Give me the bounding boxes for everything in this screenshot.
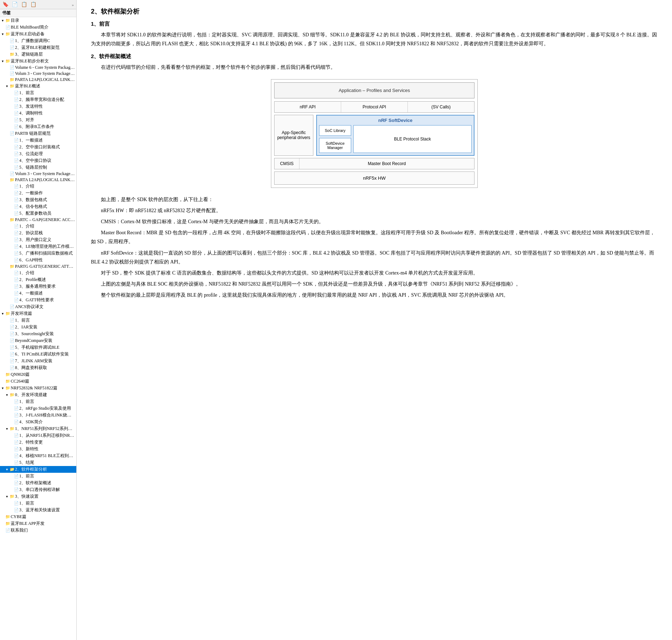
sidebar-item-nrf52-ble-2[interactable]: 📄2、蓝牙BLE初建框架范 xyxy=(0,44,76,51)
sidebar-item-migrate-2[interactable]: 📄2、特性变更 xyxy=(0,439,76,446)
sidebar-item-l2ap-4[interactable]: 📄4、信令包格式 xyxy=(0,203,76,210)
sidebar-item-partb-5[interactable]: 📄5、链路层控制 xyxy=(0,164,76,171)
sidebar-icon-2[interactable]: 📄 xyxy=(11,1,19,8)
sidebar-item-partb[interactable]: 📄PARTB 链路层规范 xyxy=(0,130,76,137)
sidebar-icon-1[interactable]: 🔖 xyxy=(1,1,10,8)
sidebar-item-vol3[interactable]: 📄Volum 3 - Core System Package[Host volu… xyxy=(0,71,76,77)
sidebar-item-nrf51-migrate[interactable]: ▾📁1、NRF51系列到NRF52系列迁移指南(译文) xyxy=(0,425,76,432)
file-icon-overview-5: 📄 xyxy=(14,118,19,122)
sidebar-item-cc2640[interactable]: 📁CC2640篇 xyxy=(0,378,76,385)
file-icon-devtools-3: 📄 xyxy=(9,332,15,336)
sidebar-item-qn9020[interactable]: 📁QN9020篇 xyxy=(0,371,76,378)
file-icon-nrf52-dev-1: 📄 xyxy=(14,399,19,404)
sidebar-item-overview-6[interactable]: 📄6、附录B工作条件 xyxy=(0,123,76,130)
sidebar-item-quick-setup[interactable]: ▾📁3、快速设置 xyxy=(0,493,76,500)
sidebar-item-quick-1[interactable]: 📄1、前言 xyxy=(0,500,76,507)
sidebar-item-l2ap-5[interactable]: 📄5、配置参数动员 xyxy=(0,210,76,217)
sidebar-item-devtools-3[interactable]: 📄3、SourceInsight安装 xyxy=(0,331,76,337)
sidebar-item-devtools-2[interactable]: 📄2、IAR安装 xyxy=(0,324,76,331)
sidebar-item-sw-arch-3[interactable]: 📄3、串口透传例程详解 xyxy=(0,486,76,493)
sidebar-item-sw-arch[interactable]: ▾📁2、软件框架分析 xyxy=(0,466,76,473)
sidebar-item-l2ap-1[interactable]: 📄1、介绍 xyxy=(0,183,76,190)
sidebar-item-devtools-4[interactable]: 📄BeyondCompare安装 xyxy=(0,337,76,344)
sidebar-item-ble-intro[interactable]: ▾📁蓝牙BLE初步分析文 xyxy=(0,58,76,65)
sidebar-icon-3[interactable]: 📋 xyxy=(20,1,28,8)
tree-label-devtools-2: 2、IAR安装 xyxy=(15,324,37,330)
sidebar-item-nrf52-ble[interactable]: ▾📁蓝牙BLE启动必备 xyxy=(0,31,76,37)
sidebar-item-gap-6[interactable]: 📄6、GAP特性 xyxy=(0,257,76,263)
sidebar-item-ancs[interactable]: 📄ANCS协议译文 xyxy=(0,303,76,310)
sidebar-item-nrf52-dev-3[interactable]: 📄3、J-FLASH模合JLINK烧录SD xyxy=(0,412,76,419)
sidebar-item-sw-arch-1[interactable]: 📄1、前言 xyxy=(0,473,76,480)
sidebar-item-nrf52-dev-4[interactable]: 📄4、SDK简介 xyxy=(0,419,76,425)
file-icon-quick-1: 📄 xyxy=(14,501,19,506)
sidebar-item-gap-4[interactable]: 📄4、LE物理层使用的工作模式处理流程 xyxy=(0,243,76,250)
tree-label-overview-1: 1、前言 xyxy=(19,90,34,96)
sidebar-item-gatt-1[interactable]: 📄1、介绍 xyxy=(0,270,76,276)
sidebar-item-quick-3[interactable]: 📄3、蓝牙相关快速设置 xyxy=(0,507,76,513)
sidebar-item-partb-1[interactable]: 📄1、一般描述 xyxy=(0,137,76,144)
sidebar-item-partb-3[interactable]: 📄3、位流处理 xyxy=(0,150,76,157)
sidebar-item-ble-multiboard[interactable]: 📄BLE MultiBoard简介 xyxy=(0,24,76,31)
sidebar-item-overview-5[interactable]: 📄5、对齐 xyxy=(0,117,76,123)
sidebar-item-migrate-4[interactable]: 📄4、移植NRF51 BLE工程到NRF52 xyxy=(0,452,76,459)
sidebar-item-gap-5[interactable]: 📄5、广播和扫描回应数据格式 xyxy=(0,250,76,257)
sidebar-collapse[interactable]: » xyxy=(71,2,75,7)
sidebar-item-devtools-8[interactable]: 📄8、网盘资料获取 xyxy=(0,364,76,371)
sidebar-item-overview-3[interactable]: 📄3、发送特性 xyxy=(0,103,76,110)
sidebar-item-gatt-2[interactable]: 📄2、Profile概述 xyxy=(0,276,76,283)
sidebar-item-nrf52-dev-2[interactable]: 📄2、nRFgo Studio安装及使用 xyxy=(0,405,76,412)
tree-label-cc2640: CC2640篇 xyxy=(11,378,29,384)
sidebar-item-l2ap-3[interactable]: 📄3、数据包格式 xyxy=(0,196,76,203)
sidebar-item-migrate-5[interactable]: 📄5、结尾 xyxy=(0,459,76,466)
sidebar-item-ble-intro-overview[interactable]: ▾📁蓝牙BLE概述 xyxy=(0,83,76,89)
sidebar-item-overview-4[interactable]: 📄4、调制特性 xyxy=(0,110,76,117)
sidebar-item-contact[interactable]: 📄联系我们 xyxy=(0,527,76,534)
sidebar-item-nrf52-ble-1[interactable]: 📄1、广播数据调用C xyxy=(0,37,76,44)
sidebar-icon-4[interactable]: 📋 xyxy=(29,1,37,8)
file-icon-parta-l2ap: 📁 xyxy=(9,77,15,82)
sidebar-item-devtools-1[interactable]: 📄1、前言 xyxy=(0,317,76,324)
tree-label-l2ap-4: 4、信令包格式 xyxy=(19,204,47,210)
sidebar-item-vol3-node[interactable]: 📄Volum 3 - Core System Package[Host volu… xyxy=(0,171,76,177)
sidebar-item-devtools-5[interactable]: 📄5、手机端软件调试BLE xyxy=(0,344,76,351)
sidebar-item-gatt-4[interactable]: 📄4、一般描述 xyxy=(0,290,76,297)
toggle-icon-sw-arch: ▾ xyxy=(4,467,9,471)
sidebar-item-gatt-5[interactable]: 📄4、GATT特性要求 xyxy=(0,297,76,303)
sidebar-item-gap-3[interactable]: 📄3、用户接口定义 xyxy=(0,236,76,243)
sidebar-item-devtools[interactable]: ▾📁开发环境篇 xyxy=(0,310,76,317)
sidebar-item-partb-2[interactable]: 📄2、空中接口封装格式 xyxy=(0,144,76,150)
tree-label-parta-l2ap: PARTA L2AP(LOGICAL LINK CONTROL AND xyxy=(15,77,76,82)
file-icon-sw-arch-2: 📄 xyxy=(14,481,19,485)
toggle-icon-nrf52832: ▾ xyxy=(0,386,5,390)
sidebar-item-gatt-3[interactable]: 📄3、服务通用性要求 xyxy=(0,283,76,290)
sidebar-item-vol6[interactable]: 📄Volume 6 - Core System Package [Low Ene… xyxy=(0,65,76,71)
sidebar-item-parta-l2ap[interactable]: 📁PARTA L2AP(LOGICAL LINK CONTROL AND xyxy=(0,77,76,83)
sidebar-item-nrf52832[interactable]: ▾📁NRF52832& NRF51822篇 xyxy=(0,385,76,391)
para8: 对于 SD，整个 SDK 提供了标准 C 语言的函数集合、数据结构等，这些都以头… xyxy=(91,268,658,277)
sidebar-item-gap-2[interactable]: 📄2、协议层栈 xyxy=(0,230,76,236)
sidebar-item-cybe[interactable]: 📁CYBE篇 xyxy=(0,513,76,520)
tree-label-overview-3: 3、发送特性 xyxy=(19,103,43,109)
sidebar-item-overview-1[interactable]: 📄1、前言 xyxy=(0,89,76,96)
sidebar-item-partb-4[interactable]: 📄4、空中接口协议 xyxy=(0,157,76,164)
sidebar-item-nrf52-dev-1[interactable]: 📄1、前言 xyxy=(0,398,76,405)
sidebar-item-partg[interactable]: 📁PARTG GATT(GENERIC ATTRIBUTE PROFILE xyxy=(0,263,76,270)
sidebar-item-gap-intro[interactable]: 📄1、介绍 xyxy=(0,223,76,230)
sidebar-item-devtools-6[interactable]: 📄6、TI PCmBLE调试软件安装 xyxy=(0,351,76,358)
sidebar-item-overview-2[interactable]: 📄2、频率带宽和信道分配 xyxy=(0,96,76,103)
sidebar-toolbar: 🔖 📄 📋 📋 » xyxy=(0,0,76,9)
sidebar-item-root[interactable]: ▾📁目录 xyxy=(0,17,76,24)
para4: nRF5x HW：即 nRF51822 或 nRF52832 芯片硬件配置。 xyxy=(91,206,658,215)
sidebar-item-migrate-1[interactable]: 📄1、从NRF51系列迁移到NRF52系列 xyxy=(0,432,76,439)
sidebar-item-migrate-3[interactable]: 📄3、新特性 xyxy=(0,446,76,452)
sidebar-item-nrf52-ble-3[interactable]: 📁3、逻辑链路层 xyxy=(0,51,76,58)
sidebar-item-l2ap-2[interactable]: 📄2、一般操作 xyxy=(0,190,76,196)
sidebar-item-partc-gap[interactable]: 📁PARTC – GAP(GENERIC ACCESS PROFILE) xyxy=(0,217,76,223)
sidebar-item-nrf52-dev[interactable]: ▾📁0、开发环境搭建 xyxy=(0,391,76,398)
tree-label-gatt-3: 3、服务通用性要求 xyxy=(19,283,56,290)
sidebar-item-ble-app-dev[interactable]: 📁蓝牙BLE APP开发 xyxy=(0,520,76,527)
sidebar-item-devtools-7[interactable]: 📄7、JLINK ARM安装 xyxy=(0,358,76,364)
sidebar-item-parta-l2ap2[interactable]: 📁PARTA L2AP(LOGICAL LINK CONTROL AND xyxy=(0,177,76,183)
sidebar-item-sw-arch-2[interactable]: 📄2、软件框架概述 xyxy=(0,480,76,486)
